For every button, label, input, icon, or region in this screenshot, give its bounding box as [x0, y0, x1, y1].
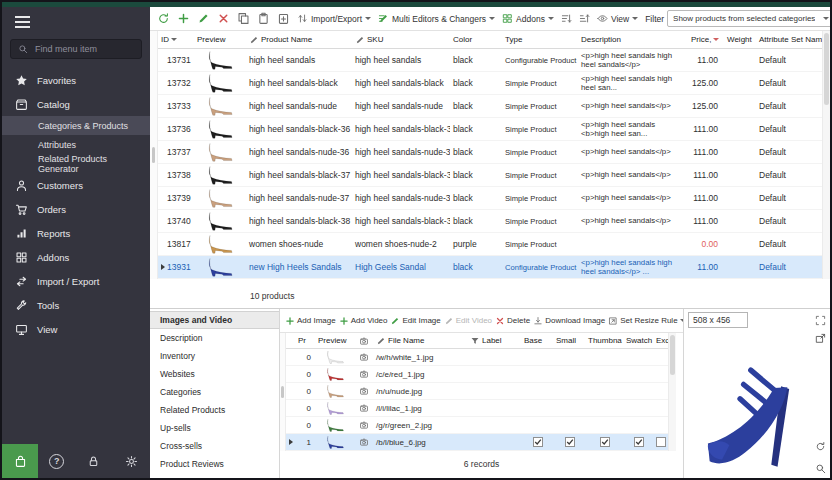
column-header-preview[interactable]: Preview [316, 336, 354, 345]
sidebar-item-reports[interactable]: Reports [2, 221, 150, 245]
detail-tab[interactable]: Cross-sells [150, 437, 279, 455]
thumbnail-checkbox[interactable] [600, 437, 610, 447]
scrollbar-thumb[interactable] [824, 33, 829, 105]
sort-asc-button[interactable] [558, 10, 575, 28]
detail-tab[interactable]: Images and Video [150, 311, 279, 329]
help-button[interactable]: ? [38, 454, 75, 469]
image-row[interactable]: 0 /n/u/nude.jpg [286, 383, 668, 400]
duplicate-button[interactable] [274, 10, 293, 28]
swatch-checkbox[interactable] [634, 437, 644, 447]
column-header-attribute-set[interactable]: Attribute Set Name [756, 35, 822, 44]
lock-button[interactable] [75, 455, 112, 468]
sidebar-item-tools[interactable]: Tools [2, 293, 150, 317]
column-header-type[interactable]: Type [502, 35, 578, 44]
detail-tab[interactable]: Description [150, 329, 279, 347]
open-external-icon[interactable] [815, 333, 826, 344]
sidebar-item-catalog[interactable]: Catalog [2, 92, 150, 116]
category-filter-select[interactable]: Show products from selected categories [667, 10, 830, 27]
import-export-dropdown[interactable]: Import/Export [294, 10, 374, 28]
column-header-sku[interactable]: SKU [352, 35, 450, 45]
view-dropdown[interactable]: View [594, 10, 641, 28]
product-row[interactable]: 13740 high heel sandals-black-38 high he… [158, 210, 822, 233]
refresh-preview-icon[interactable] [815, 441, 826, 452]
menu-icon[interactable] [2, 7, 150, 37]
search-input[interactable] [33, 43, 128, 55]
column-header-small[interactable]: Small [554, 336, 586, 345]
column-header-price[interactable]: Price, [688, 35, 724, 44]
product-row[interactable]: 13737 high heel sandals-nude-36 high hee… [158, 141, 822, 164]
column-header-description[interactable]: Description [578, 35, 688, 44]
sidebar-search[interactable] [10, 39, 142, 59]
sidebar-item-categories-products[interactable]: Categories & Products [2, 116, 150, 135]
column-header-priority[interactable]: Pr [296, 336, 316, 345]
store-button[interactable] [2, 444, 38, 478]
delete-image-button[interactable]: Delete [495, 316, 530, 326]
product-row[interactable]: 13736 high heel sandals-black-36 high he… [158, 118, 822, 141]
row-expander-icon[interactable] [161, 264, 165, 270]
image-row[interactable]: 0 /w/h/white_1.jpg [286, 349, 668, 366]
settings-button[interactable] [113, 455, 150, 468]
grid-collapse-handle[interactable] [150, 31, 158, 279]
column-header-exclude[interactable]: Exclude [654, 336, 668, 345]
multi-editors-dropdown[interactable]: Multi Editors & Changers [375, 10, 498, 28]
sidebar-item-addons[interactable]: Addons [2, 245, 150, 269]
refresh-button[interactable] [154, 10, 173, 28]
column-header-preview[interactable]: Preview [194, 35, 246, 44]
column-header-file-name[interactable]: File Name [374, 336, 470, 346]
add-video-button[interactable]: Add Video [339, 316, 388, 326]
vertical-scrollbar[interactable] [668, 333, 676, 451]
small-checkbox[interactable] [565, 437, 575, 447]
sort-desc-button[interactable] [576, 10, 593, 28]
set-resize-rule-button[interactable]: Set Resize Rule [608, 316, 683, 326]
column-header-swatch[interactable]: Swatch [624, 336, 654, 345]
download-image-button[interactable]: Download Image [533, 316, 605, 326]
sidebar-item-import-export[interactable]: Import / Export [2, 269, 150, 293]
detail-tab[interactable]: Related Products [150, 401, 279, 419]
edit-image-button[interactable]: Edit Image [390, 316, 440, 326]
sidebar-item-related-products-generator[interactable]: Related Products Generator [2, 154, 150, 173]
column-header-camera[interactable] [354, 336, 374, 346]
row-expander-icon[interactable] [289, 439, 293, 445]
add-product-button[interactable] [174, 10, 193, 28]
scrollbar-thumb[interactable] [670, 335, 675, 375]
image-row[interactable]: 0 /c/e/red_1.jpg [286, 366, 668, 383]
copy-button[interactable] [234, 10, 253, 28]
edit-video-button[interactable]: Edit Video [444, 316, 492, 326]
sidebar-item-attributes[interactable]: Attributes [2, 135, 150, 154]
sidebar-item-favorites[interactable]: Favorites [2, 68, 150, 92]
resize-dimensions-input[interactable] [688, 312, 748, 328]
product-row[interactable]: 13731 high heel sandals high heel sandal… [158, 49, 822, 72]
detail-tab[interactable]: Inventory [150, 347, 279, 365]
zoom-icon[interactable] [815, 463, 826, 474]
column-header-base[interactable]: Base [522, 336, 554, 345]
detail-tab[interactable]: Product Reviews [150, 455, 279, 473]
product-row[interactable]: 13738 high heel sandals-black-37 high he… [158, 164, 822, 187]
sidebar-item-orders[interactable]: Orders [2, 197, 150, 221]
detail-tab[interactable]: Websites [150, 365, 279, 383]
product-row[interactable]: 13732 high heel sandals-black high heel … [158, 72, 822, 95]
detail-tab[interactable]: Categories [150, 383, 279, 401]
product-row[interactable]: 13739 high heel sandals-nude-37 high hee… [158, 187, 822, 210]
column-header-filter[interactable] [470, 336, 480, 346]
vertical-scrollbar[interactable] [822, 31, 830, 279]
paste-button[interactable] [254, 10, 273, 28]
fullscreen-icon[interactable] [815, 315, 826, 326]
image-row[interactable]: 0 /l/i/lilac_1.jpg [286, 400, 668, 417]
product-row[interactable]: 13733 high heel sandals-nude high heel s… [158, 95, 822, 118]
column-header-id[interactable]: ID [158, 35, 194, 44]
product-row[interactable]: 13931 new High Heels Sandals High Geels … [158, 256, 822, 279]
image-row[interactable]: 1 /b/l/blue_6.jpg [286, 434, 668, 451]
sidebar-item-customers[interactable]: Customers [2, 173, 150, 197]
column-header-weight[interactable]: Weight [724, 35, 756, 44]
edit-product-button[interactable] [194, 10, 213, 28]
delete-product-button[interactable] [214, 10, 233, 28]
sidebar-item-view[interactable]: View [2, 317, 150, 341]
base-checkbox[interactable] [533, 437, 543, 447]
column-header-color[interactable]: Color [450, 35, 502, 44]
product-row[interactable]: 13817 women shoes-nude women shoes-nude-… [158, 233, 822, 256]
image-row[interactable]: 0 /g/r/green_2.jpg [286, 417, 668, 434]
column-header-product-name[interactable]: Product Name [246, 35, 352, 45]
exclude-checkbox[interactable] [656, 437, 666, 447]
detail-tab[interactable]: Up-sells [150, 419, 279, 437]
add-image-button[interactable]: Add Image [285, 316, 336, 326]
